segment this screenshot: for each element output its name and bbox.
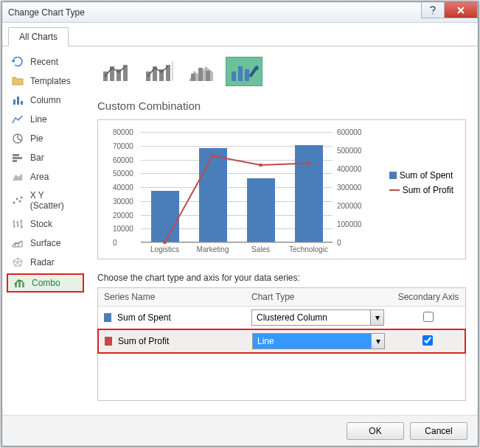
series-swatch-icon xyxy=(105,337,112,346)
sidebar-item-label: Pie xyxy=(30,133,43,144)
combo-chart-icon xyxy=(13,277,26,289)
sidebar-item-label: Line xyxy=(30,114,47,125)
scatter-chart-icon xyxy=(11,195,24,206)
combo-subtype-custom[interactable] xyxy=(226,57,262,86)
dropdown-value: Line xyxy=(253,334,371,349)
tab-strip: All Charts xyxy=(2,27,478,46)
svg-rect-28 xyxy=(245,69,249,81)
cancel-button[interactable]: Cancel xyxy=(410,422,467,440)
chart-type-dropdown[interactable]: Line ▾ xyxy=(252,333,385,349)
close-icon xyxy=(456,6,465,15)
svg-rect-24 xyxy=(198,68,203,81)
legend-item: Sum of Profit xyxy=(403,185,453,195)
sidebar-item-scatter[interactable]: X Y (Scatter) xyxy=(4,186,87,214)
chevron-down-icon: ▾ xyxy=(370,310,383,325)
svg-rect-32 xyxy=(307,162,310,165)
dialog-title: Change Chart Type xyxy=(8,7,422,18)
sidebar-item-area[interactable]: Area xyxy=(4,167,87,186)
dropdown-value: Clustered Column xyxy=(252,310,370,325)
folder-icon xyxy=(11,75,24,87)
area-chart-icon xyxy=(11,171,24,183)
svg-rect-2 xyxy=(21,101,23,105)
section-title: Custom Combination xyxy=(97,99,466,112)
series-row-profit[interactable]: Sum of Profit Line ▾ xyxy=(97,329,466,354)
sidebar-item-label: Surface xyxy=(30,238,60,248)
svg-rect-27 xyxy=(238,66,243,81)
sidebar-item-label: Radar xyxy=(30,257,55,267)
tab-all-charts[interactable]: All Charts xyxy=(8,27,69,46)
help-button[interactable] xyxy=(421,2,445,18)
sidebar-item-column[interactable]: Column xyxy=(4,91,87,110)
recent-icon xyxy=(11,56,24,68)
svg-rect-4 xyxy=(13,154,19,156)
svg-rect-6 xyxy=(13,160,17,162)
legend-item: Sum of Spent xyxy=(400,170,453,181)
svg-rect-1 xyxy=(17,97,19,105)
svg-rect-25 xyxy=(206,71,210,81)
bar-chart-icon xyxy=(11,152,24,164)
sidebar-item-bar[interactable]: Bar xyxy=(4,148,87,167)
dialog-footer: OK Cancel xyxy=(2,415,478,446)
sidebar-item-pie[interactable]: Pie xyxy=(4,129,87,148)
sidebar-item-label: Recent xyxy=(30,57,58,67)
svg-rect-13 xyxy=(22,282,24,287)
series-name: Sum of Profit xyxy=(118,336,252,346)
sidebar-item-recent[interactable]: Recent xyxy=(4,52,87,71)
svg-point-7 xyxy=(13,202,15,204)
radar-chart-icon xyxy=(11,256,24,268)
secondary-axis-checkbox[interactable] xyxy=(422,335,433,346)
svg-rect-26 xyxy=(232,71,236,81)
svg-point-8 xyxy=(15,198,18,200)
titlebar: Change Chart Type xyxy=(2,2,478,23)
sidebar-item-label: Bar xyxy=(30,153,44,163)
sidebar-item-label: Area xyxy=(30,172,49,182)
svg-rect-31 xyxy=(260,164,262,167)
surface-chart-icon xyxy=(11,237,24,249)
combo-subtype-2[interactable] xyxy=(140,57,177,86)
close-button[interactable] xyxy=(444,2,478,18)
secondary-axis-checkbox[interactable] xyxy=(423,312,434,322)
sidebar-item-templates[interactable]: Templates xyxy=(4,71,87,91)
series-instruction: Choose the chart type and axis for your … xyxy=(97,273,466,283)
sidebar-item-label: Combo xyxy=(32,278,60,288)
chart-type-dropdown[interactable]: Clustered Column ▾ xyxy=(251,309,384,326)
svg-rect-30 xyxy=(212,155,215,158)
svg-rect-0 xyxy=(13,99,15,105)
col-header-axis: Secondary Axis xyxy=(392,288,465,306)
chevron-down-icon: ▾ xyxy=(371,334,384,349)
sidebar-item-combo[interactable]: Combo xyxy=(7,273,84,293)
series-name: Sum of Spent xyxy=(117,312,251,323)
svg-rect-12 xyxy=(18,281,21,287)
sidebar-item-surface[interactable]: Surface xyxy=(4,234,87,253)
svg-rect-29 xyxy=(164,241,167,244)
help-icon xyxy=(429,6,436,15)
line-chart-icon xyxy=(11,113,24,125)
change-chart-type-dialog: Change Chart Type All Charts Recent Temp… xyxy=(1,1,479,447)
chart-category-sidebar: Recent Templates Column Line Pie Bar xyxy=(2,46,88,415)
combo-subtype-1[interactable] xyxy=(97,57,134,86)
series-grid: Series Name Chart Type Secondary Axis Su… xyxy=(97,287,466,401)
column-chart-icon xyxy=(11,94,24,106)
sidebar-item-stock[interactable]: Stock xyxy=(4,214,87,234)
svg-point-9 xyxy=(18,200,21,203)
sidebar-item-line[interactable]: Line xyxy=(4,110,87,129)
sidebar-item-label: Templates xyxy=(30,76,71,86)
series-swatch-icon xyxy=(104,313,111,322)
combo-subtype-row xyxy=(97,57,466,86)
stock-chart-icon xyxy=(11,218,24,230)
svg-point-10 xyxy=(20,197,22,199)
ok-button[interactable]: OK xyxy=(347,422,404,440)
combo-subtype-3[interactable] xyxy=(183,57,220,86)
chart-legend: Sum of Spent Sum of Profit xyxy=(389,170,453,200)
main-panel: Custom Combination Sum of Spent Sum of P… xyxy=(88,46,478,415)
col-header-type: Chart Type xyxy=(246,288,392,306)
series-row-spent[interactable]: Sum of Spent Clustered Column ▾ xyxy=(98,307,465,329)
sidebar-item-label: Column xyxy=(30,95,60,105)
sidebar-item-label: X Y (Scatter) xyxy=(30,190,80,211)
svg-rect-5 xyxy=(13,157,22,159)
sidebar-item-radar[interactable]: Radar xyxy=(4,253,87,272)
chart-preview: Sum of Spent Sum of Profit 0100002000030… xyxy=(97,119,466,259)
sidebar-item-label: Stock xyxy=(30,219,52,229)
svg-rect-23 xyxy=(191,74,195,81)
col-header-name: Series Name xyxy=(98,288,246,306)
